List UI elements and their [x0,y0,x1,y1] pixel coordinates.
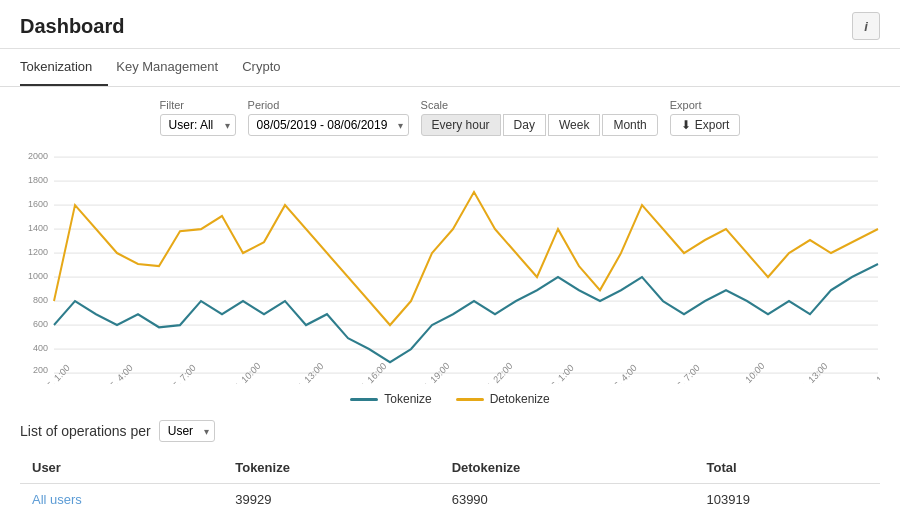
tokenize-legend-label: Tokenize [384,392,431,406]
main-content: Filter User: All Period 08/05/2019 - 08/… [0,87,900,512]
table-row: All users 39929 63990 103919 [20,484,880,513]
svg-text:1600: 1600 [28,198,48,209]
svg-text:Aug 5, 19:00: Aug 5, 19:00 [408,360,451,384]
svg-text:1800: 1800 [28,174,48,185]
svg-text:Aug 5, 10:00: Aug 5, 10:00 [219,360,262,384]
svg-text:Aug 6, 10:00: Aug 6, 10:00 [723,360,766,384]
list-title: List of operations per [20,423,151,439]
col-tokenize: Tokenize [223,452,439,484]
row-detokenize-allusers: 63990 [440,484,695,513]
detokenize-legend: Detokenize [456,392,550,406]
table-header: User Tokenize Detokenize Total [20,452,880,484]
col-detokenize: Detokenize [440,452,695,484]
table-body: All users 39929 63990 103919 alice 20880… [20,484,880,513]
tab-crypto[interactable]: Crypto [242,49,296,86]
tab-tokenization[interactable]: Tokenization [20,49,108,86]
col-user: User [20,452,223,484]
scale-day[interactable]: Day [503,114,546,136]
svg-text:1400: 1400 [28,222,48,233]
chart-legend: Tokenize Detokenize [20,392,880,406]
scale-month[interactable]: Month [602,114,657,136]
chart-area: .grid-line { stroke: #e8e8e8; stroke-wid… [20,144,880,384]
svg-text:1200: 1200 [28,246,48,257]
svg-text:1000: 1000 [28,270,48,281]
row-tokenize-allusers: 39929 [223,484,439,513]
info-button[interactable]: i [852,12,880,40]
svg-text:Aug 6, 16:00: Aug 6, 16:00 [854,360,880,384]
svg-text:200: 200 [33,364,48,375]
tokenize-legend: Tokenize [350,392,431,406]
export-group: Export ⬇ Export [670,99,741,136]
page-title: Dashboard [20,15,124,38]
detokenize-legend-label: Detokenize [490,392,550,406]
period-label: Period [248,99,409,111]
period-select[interactable]: 08/05/2019 - 08/06/2019 [248,114,409,136]
filter-label: Filter [160,99,236,111]
svg-text:2000: 2000 [28,150,48,161]
scale-buttons: Every hour Day Week Month [421,114,658,136]
svg-text:Aug 5, 16:00: Aug 5, 16:00 [345,360,388,384]
export-button[interactable]: ⬇ Export [670,114,741,136]
svg-text:400: 400 [33,342,48,353]
list-per-select[interactable]: User [159,420,215,442]
line-chart: .grid-line { stroke: #e8e8e8; stroke-wid… [20,144,880,384]
svg-text:Aug 5, 22:00: Aug 5, 22:00 [471,360,514,384]
filter-select[interactable]: User: All [160,114,236,136]
filter-select-wrapper: User: All [160,114,236,136]
scale-group: Scale Every hour Day Week Month [421,99,658,136]
row-total-allusers: 103919 [695,484,880,513]
detokenize-legend-line [456,398,484,401]
operations-table: User Tokenize Detokenize Total All users… [20,452,880,512]
period-group: Period 08/05/2019 - 08/06/2019 [248,99,409,136]
scale-every-hour[interactable]: Every hour [421,114,501,136]
period-select-wrapper: 08/05/2019 - 08/06/2019 [248,114,409,136]
tab-key-management[interactable]: Key Management [116,49,234,86]
header: Dashboard i [0,0,900,49]
row-user-allusers[interactable]: All users [20,484,223,513]
list-per-select-wrapper: User [159,420,215,442]
svg-text:Aug 5, 13:00: Aug 5, 13:00 [282,360,325,384]
filter-group: Filter User: All [160,99,236,136]
export-icon: ⬇ [681,118,691,132]
svg-text:600: 600 [33,318,48,329]
scale-label: Scale [421,99,658,111]
tokenize-legend-line [350,398,378,401]
export-label: Export [670,99,741,111]
list-header: List of operations per User [20,420,880,442]
scale-week[interactable]: Week [548,114,600,136]
svg-text:800: 800 [33,294,48,305]
col-total: Total [695,452,880,484]
chart-controls: Filter User: All Period 08/05/2019 - 08/… [20,99,880,136]
export-button-label: Export [695,118,730,132]
svg-text:Aug 6, 13:00: Aug 6, 13:00 [786,360,829,384]
tab-bar: Tokenization Key Management Crypto [0,49,900,87]
